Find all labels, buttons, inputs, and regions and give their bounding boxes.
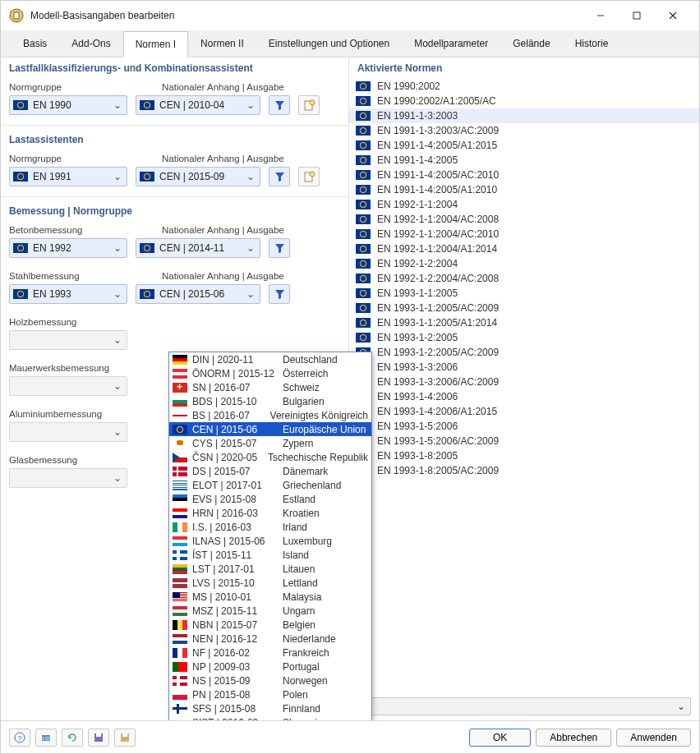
norm-row[interactable]: EN 1991-1-4:2005 <box>349 153 699 168</box>
tab-einstellungen-und-optionen[interactable]: Einstellungen und Optionen <box>256 30 402 57</box>
norm-row[interactable]: EN 1992-1-2:2004/AC:2008 <box>349 271 699 286</box>
dropdown-item[interactable]: ILNAS | 2015-06Luxemburg <box>169 534 371 548</box>
betonbemessung-annex-combo[interactable]: CEN | 2014-11⌄ <box>136 238 260 258</box>
flag-icon <box>173 536 187 546</box>
dropdown-item[interactable]: NBN | 2015-07Belgien <box>169 618 371 632</box>
dropdown-item[interactable]: ÍST | 2015-11Island <box>169 548 371 562</box>
dropdown-item[interactable]: NS | 2015-09Norwegen <box>169 674 371 687</box>
norm-row[interactable]: EN 1992-1-1:2004/AC:2008 <box>349 212 699 227</box>
dropdown-item[interactable]: LVS | 2015-10Lettland <box>169 576 371 590</box>
dropdown-item[interactable]: MSZ | 2015-11Ungarn <box>169 604 371 618</box>
tab-modellparameter[interactable]: Modellparameter <box>402 30 500 57</box>
dropdown-item[interactable]: CEN | 2015-06Europäische Union <box>169 422 371 436</box>
tab-add-ons[interactable]: Add-Ons <box>59 30 122 57</box>
dropdown-item[interactable]: DS | 2015-07Dänemark <box>169 464 371 478</box>
apply-button[interactable]: Anwenden <box>616 729 691 747</box>
norm-row[interactable]: EN 1993-1-8:2005/AC:2009 <box>349 463 699 478</box>
dropdown-item[interactable]: LST | 2017-01Litauen <box>169 562 371 576</box>
tool-reload-button[interactable] <box>62 729 83 747</box>
dropdown-item[interactable]: PN | 2015-08Polen <box>169 687 371 701</box>
norm-row[interactable]: EN 1991-1-4:2005/A1:2010 <box>349 182 699 197</box>
dropdown-item[interactable]: NEN | 2016-12Niederlande <box>169 632 371 646</box>
dropdown-item[interactable]: SN | 2016-07Schweiz <box>169 380 371 394</box>
annex-2015-09-value: CEN | 2015-09 <box>159 171 245 182</box>
new-annex-button[interactable] <box>298 95 320 115</box>
flag-icon <box>173 648 187 658</box>
tab-normen-i[interactable]: Normen I <box>123 31 188 57</box>
tool-open-button[interactable] <box>114 729 136 747</box>
eu-flag-icon <box>356 126 371 136</box>
minimize-button[interactable] <box>583 4 619 27</box>
norm-row[interactable]: EN 1993-1-1:2005/AC:2009 <box>349 301 699 315</box>
tool-info-button[interactable]: ? <box>9 729 30 747</box>
norm-row[interactable]: EN 1993-1-1:2005 <box>349 286 699 301</box>
norm-row[interactable]: EN 1993-1-1:2005/A1:2014 <box>349 315 699 330</box>
norm-row[interactable]: EN 1993-1-2:2005/AC:2009 <box>349 345 699 360</box>
norm-row[interactable]: EN 1991-1-3:2003 <box>349 108 699 123</box>
normgruppe-1991-combo[interactable]: EN 1991 ⌄ <box>9 167 127 186</box>
new-annex-button[interactable] <box>298 167 320 186</box>
dropdown-item[interactable]: I.S. | 2016-03Irland <box>169 520 371 534</box>
dropdown-item[interactable]: MS | 2010-01Malaysia <box>169 590 371 604</box>
filter-button[interactable] <box>269 238 290 258</box>
norm-row[interactable]: EN 1993-1-3:2006 <box>349 360 699 375</box>
tab-basis[interactable]: Basis <box>11 30 59 57</box>
dropdown-item-code: DIN | 2020-11 <box>192 354 278 366</box>
norm-row[interactable]: EN 1993-1-5:2006 <box>349 419 699 434</box>
norm-row[interactable]: EN 1992-1-1:2004/AC:2010 <box>349 227 699 241</box>
cancel-button[interactable]: Abbrechen <box>536 729 611 747</box>
norm-row[interactable]: EN 1991-1-4:2005/A1:2015 <box>349 138 699 153</box>
norm-row[interactable]: EN 1993-1-8:2005 <box>349 448 699 463</box>
norm-row[interactable]: EN 1990:2002 <box>349 79 699 94</box>
filter-button[interactable] <box>269 95 290 115</box>
annex-2015-09-combo[interactable]: CEN | 2015-09 ⌄ <box>136 167 260 186</box>
tool-save-button[interactable] <box>88 729 109 747</box>
dropdown-item-code: BDS | 2015-10 <box>192 396 278 407</box>
tab-gel-nde[interactable]: Gelände <box>500 30 562 57</box>
dropdown-item[interactable]: CYS | 2015-07Zypern <box>169 436 371 450</box>
filter-button[interactable] <box>269 167 290 186</box>
dropdown-item[interactable]: ÖNORM | 2015-12Österreich <box>169 366 371 380</box>
dropdown-item[interactable]: NP | 2009-03Portugal <box>169 660 371 674</box>
norm-row[interactable]: EN 1993-1-4:2006/A1:2015 <box>349 404 699 419</box>
norm-row[interactable]: EN 1993-1-5:2006/AC:2009 <box>349 434 699 448</box>
dropdown-item-country: Frankreich <box>283 647 368 659</box>
dropdown-item[interactable]: DIN | 2020-11Deutschland <box>169 352 371 366</box>
dropdown-item[interactable]: HRN | 2016-03Kroatien <box>169 506 371 520</box>
norm-row[interactable]: EN 1992-1-2:2004 <box>349 256 699 271</box>
filter-button[interactable] <box>269 284 290 304</box>
stahlbemessung-annex-combo[interactable]: CEN | 2015-06⌄ <box>136 284 260 304</box>
ok-button[interactable]: OK <box>469 729 531 747</box>
dropdown-item[interactable]: BDS | 2015-10Bulgarien <box>169 394 371 408</box>
norm-row[interactable]: EN 1992-1-1:2004 <box>349 197 699 212</box>
dropdown-item[interactable]: ČSN | 2020-05Tschechische Republik <box>169 450 371 464</box>
norm-row[interactable]: EN 1993-1-4:2006 <box>349 389 699 404</box>
norm-row[interactable]: EN 1991-1-4:2005/AC:2010 <box>349 168 699 182</box>
dropdown-item[interactable]: NF | 2016-02Frankreich <box>169 646 371 660</box>
norm-row[interactable]: EN 1991-1-3:2003/AC:2009 <box>349 123 699 138</box>
dropdown-item[interactable]: BS | 2016-07Vereinigtes Königreich <box>169 408 371 422</box>
norm-name: EN 1993-1-1:2005/AC:2009 <box>377 302 693 314</box>
norm-row[interactable]: EN 1992-1-1:2004/A1:2014 <box>349 241 699 256</box>
eu-flag-icon <box>13 172 28 182</box>
dropdown-item[interactable]: EVS | 2015-08Estland <box>169 492 371 506</box>
norm-row[interactable]: EN 1990:2002/A1:2005/AC <box>349 94 699 108</box>
tab-normen-ii[interactable]: Normen II <box>188 30 256 57</box>
norm-row[interactable]: EN 1993-1-3:2006/AC:2009 <box>349 375 699 389</box>
annex-dropdown-list[interactable]: DIN | 2020-11DeutschlandÖNORM | 2015-12Ö… <box>168 352 372 720</box>
svg-text:?: ? <box>17 734 21 743</box>
betonbemessung-group-combo[interactable]: EN 1992⌄ <box>9 238 127 258</box>
annex-2010-04-combo[interactable]: CEN | 2010-04 ⌄ <box>136 95 260 115</box>
dropdown-item[interactable]: SIST | 2016-09Slowenien <box>169 715 371 720</box>
dropdown-item[interactable]: SFS | 2015-08Finnland <box>169 701 371 715</box>
tab-historie[interactable]: Historie <box>563 30 621 57</box>
dropdown-item[interactable]: ELOT | 2017-01Griechenland <box>169 478 371 492</box>
dropdown-item-code: SFS | 2015-08 <box>192 703 278 715</box>
maximize-button[interactable] <box>619 4 655 27</box>
normgruppe-1990-combo[interactable]: EN 1990 ⌄ <box>9 95 127 115</box>
right-bottom-combo[interactable]: e ⌄ <box>357 697 691 715</box>
close-button[interactable] <box>655 4 691 27</box>
norm-row[interactable]: EN 1993-1-2:2005 <box>349 330 699 345</box>
stahlbemessung-group-combo[interactable]: EN 1993⌄ <box>9 284 127 304</box>
tool-units-button[interactable]: 0.00 <box>35 729 57 747</box>
